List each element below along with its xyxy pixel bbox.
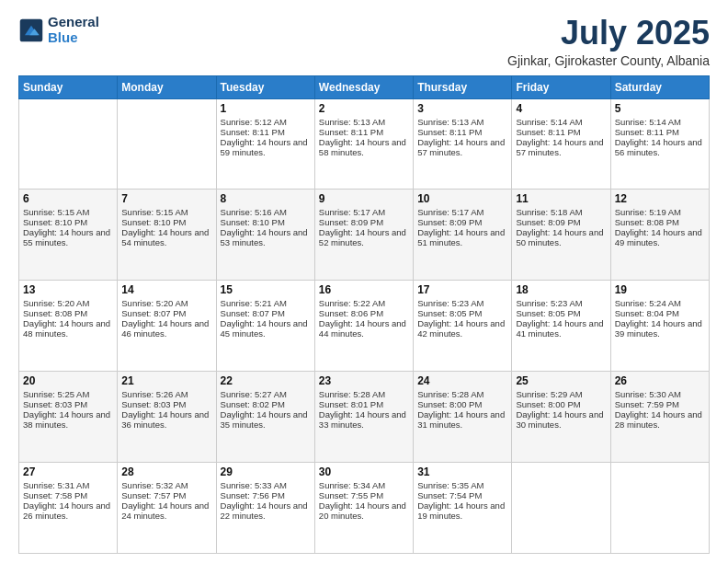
sunset-text: Sunset: 8:11 PM — [417, 127, 482, 137]
sunrise-text: Sunrise: 5:12 AM — [221, 117, 287, 127]
table-row: 23Sunrise: 5:28 AMSunset: 8:01 PMDayligh… — [314, 372, 413, 463]
day-number: 31 — [417, 465, 507, 478]
day-number: 8 — [221, 192, 311, 205]
sunrise-text: Sunrise: 5:22 AM — [319, 298, 385, 308]
sunset-text: Sunset: 8:08 PM — [23, 308, 87, 318]
table-row: 24Sunrise: 5:28 AMSunset: 8:00 PMDayligh… — [414, 372, 512, 463]
table-row: 29Sunrise: 5:33 AMSunset: 7:56 PMDayligh… — [216, 463, 314, 554]
daylight-text: Daylight: 14 hours and 57 minutes. — [417, 137, 505, 157]
page: General Blue July 2025 Gjinkar, Gjirokas… — [0, 0, 728, 563]
table-row: 13Sunrise: 5:20 AMSunset: 8:08 PMDayligh… — [19, 281, 118, 372]
sunrise-text: Sunrise: 5:14 AM — [516, 117, 582, 127]
col-sunday: Sunday — [19, 75, 118, 98]
daylight-text: Daylight: 14 hours and 44 minutes. — [319, 318, 406, 339]
table-row: 20Sunrise: 5:25 AMSunset: 8:03 PMDayligh… — [19, 372, 118, 463]
sunrise-text: Sunrise: 5:23 AM — [417, 298, 483, 308]
sunrise-text: Sunrise: 5:29 AM — [516, 389, 582, 399]
daylight-text: Daylight: 14 hours and 24 minutes. — [121, 500, 209, 521]
calendar-week-row: 20Sunrise: 5:25 AMSunset: 8:03 PMDayligh… — [19, 372, 710, 463]
sunrise-text: Sunrise: 5:33 AM — [221, 480, 287, 490]
daylight-text: Daylight: 14 hours and 26 minutes. — [23, 500, 110, 521]
sunset-text: Sunset: 7:55 PM — [319, 490, 383, 500]
table-row — [118, 98, 216, 190]
sunset-text: Sunset: 8:11 PM — [319, 127, 383, 137]
day-number: 16 — [319, 283, 409, 296]
daylight-text: Daylight: 14 hours and 28 minutes. — [615, 409, 702, 430]
sunset-text: Sunset: 8:08 PM — [615, 217, 679, 227]
day-number: 10 — [417, 192, 507, 205]
sunset-text: Sunset: 8:10 PM — [23, 217, 87, 227]
sunrise-text: Sunrise: 5:14 AM — [615, 117, 681, 127]
day-number: 24 — [417, 374, 507, 387]
day-number: 15 — [221, 283, 311, 296]
daylight-text: Daylight: 14 hours and 55 minutes. — [23, 227, 110, 247]
table-row: 30Sunrise: 5:34 AMSunset: 7:55 PMDayligh… — [314, 463, 413, 554]
daylight-text: Daylight: 14 hours and 42 minutes. — [417, 318, 505, 339]
sunrise-text: Sunrise: 5:16 AM — [221, 207, 287, 217]
col-tuesday: Tuesday — [216, 75, 314, 98]
sunset-text: Sunset: 7:58 PM — [23, 490, 87, 500]
daylight-text: Daylight: 14 hours and 36 minutes. — [121, 409, 209, 430]
table-row: 10Sunrise: 5:17 AMSunset: 8:09 PMDayligh… — [414, 190, 512, 281]
sunrise-text: Sunrise: 5:17 AM — [319, 207, 385, 217]
subtitle: Gjinkar, Gjirokaster County, Albania — [507, 53, 710, 68]
sunset-text: Sunset: 8:00 PM — [417, 399, 482, 409]
table-row: 6Sunrise: 5:15 AMSunset: 8:10 PMDaylight… — [19, 190, 118, 281]
table-row: 15Sunrise: 5:21 AMSunset: 8:07 PMDayligh… — [216, 281, 314, 372]
table-row: 25Sunrise: 5:29 AMSunset: 8:00 PMDayligh… — [512, 372, 610, 463]
sunset-text: Sunset: 8:01 PM — [319, 399, 383, 409]
sunrise-text: Sunrise: 5:13 AM — [319, 117, 385, 127]
table-row: 5Sunrise: 5:14 AMSunset: 8:11 PMDaylight… — [610, 98, 709, 190]
day-number: 7 — [121, 192, 211, 205]
table-row: 27Sunrise: 5:31 AMSunset: 7:58 PMDayligh… — [19, 463, 118, 554]
logo: General Blue — [18, 15, 99, 45]
table-row: 2Sunrise: 5:13 AMSunset: 8:11 PMDaylight… — [314, 98, 413, 190]
day-number: 11 — [516, 192, 606, 205]
title-block: July 2025 Gjinkar, Gjirokaster County, A… — [507, 15, 710, 68]
day-number: 27 — [23, 465, 113, 478]
day-number: 4 — [516, 102, 606, 115]
col-saturday: Saturday — [610, 75, 709, 98]
day-number: 25 — [516, 374, 606, 387]
daylight-text: Daylight: 14 hours and 53 minutes. — [221, 227, 308, 247]
day-number: 26 — [615, 374, 705, 387]
day-number: 30 — [319, 465, 409, 478]
main-title: July 2025 — [507, 15, 710, 52]
day-number: 28 — [121, 465, 211, 478]
table-row: 22Sunrise: 5:27 AMSunset: 8:02 PMDayligh… — [216, 372, 314, 463]
table-row: 8Sunrise: 5:16 AMSunset: 8:10 PMDaylight… — [216, 190, 314, 281]
sunrise-text: Sunrise: 5:21 AM — [221, 298, 287, 308]
table-row: 7Sunrise: 5:15 AMSunset: 8:10 PMDaylight… — [118, 190, 216, 281]
col-friday: Friday — [512, 75, 610, 98]
day-number: 5 — [615, 102, 705, 115]
day-number: 13 — [23, 283, 113, 296]
daylight-text: Daylight: 14 hours and 50 minutes. — [516, 227, 603, 247]
calendar-week-row: 27Sunrise: 5:31 AMSunset: 7:58 PMDayligh… — [19, 463, 710, 554]
daylight-text: Daylight: 14 hours and 45 minutes. — [221, 318, 308, 339]
logo-icon — [18, 17, 44, 43]
daylight-text: Daylight: 14 hours and 56 minutes. — [615, 137, 702, 157]
calendar-week-row: 6Sunrise: 5:15 AMSunset: 8:10 PMDaylight… — [19, 190, 710, 281]
daylight-text: Daylight: 14 hours and 41 minutes. — [516, 318, 603, 339]
day-number: 17 — [417, 283, 507, 296]
sunset-text: Sunset: 8:07 PM — [221, 308, 285, 318]
day-number: 22 — [221, 374, 311, 387]
sunrise-text: Sunrise: 5:26 AM — [121, 389, 188, 399]
table-row: 3Sunrise: 5:13 AMSunset: 8:11 PMDaylight… — [414, 98, 512, 190]
sunrise-text: Sunrise: 5:18 AM — [516, 207, 582, 217]
sunset-text: Sunset: 8:03 PM — [121, 399, 186, 409]
sunrise-text: Sunrise: 5:30 AM — [615, 389, 681, 399]
table-row: 21Sunrise: 5:26 AMSunset: 8:03 PMDayligh… — [118, 372, 216, 463]
daylight-text: Daylight: 14 hours and 57 minutes. — [516, 137, 603, 157]
sunrise-text: Sunrise: 5:17 AM — [417, 207, 483, 217]
table-row: 16Sunrise: 5:22 AMSunset: 8:06 PMDayligh… — [314, 281, 413, 372]
sunset-text: Sunset: 8:02 PM — [221, 399, 285, 409]
table-row — [610, 463, 709, 554]
sunset-text: Sunset: 8:04 PM — [615, 308, 679, 318]
table-row: 12Sunrise: 5:19 AMSunset: 8:08 PMDayligh… — [610, 190, 709, 281]
sunset-text: Sunset: 8:06 PM — [319, 308, 383, 318]
daylight-text: Daylight: 14 hours and 58 minutes. — [319, 137, 406, 157]
day-number: 18 — [516, 283, 606, 296]
sunset-text: Sunset: 8:05 PM — [417, 308, 482, 318]
day-number: 29 — [221, 465, 311, 478]
